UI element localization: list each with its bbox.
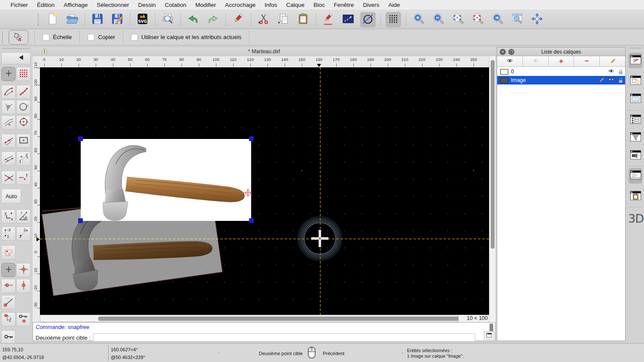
layer-panel-titlebar[interactable]: ✕ ❐ Liste des calques [497,48,625,56]
edit-layer-button[interactable] [600,56,625,66]
restrict-numbers-button[interactable]: 12 [16,151,30,166]
svg-export-button[interactable]: SVG [135,12,150,27]
snap-free-button[interactable] [1,67,15,81]
zoom-in-button[interactable] [411,12,426,27]
zoom-auto-button[interactable] [450,12,466,27]
layer-lock-icon[interactable] [617,77,624,84]
menu-edition[interactable]: Édition [33,2,59,8]
zoom-previous-button[interactable] [490,12,505,27]
menu-divers[interactable]: Divers [358,2,384,8]
snap-reference-button[interactable] [16,134,30,148]
cut-button[interactable]: + [256,12,271,27]
scale-checkbox[interactable] [43,34,49,41]
drawing-window-titlebar[interactable]: * Marteau.dxf [33,47,495,57]
zoom-window-button[interactable] [510,12,525,27]
dock-toolbar-handle[interactable] [629,48,642,48]
save-button[interactable] [90,12,105,27]
selection-filter-pane-toggle-button[interactable] [629,130,642,145]
save-as-button[interactable] [109,12,125,27]
show-all-eye-button[interactable] [497,56,523,66]
zoom-out-button[interactable] [431,12,446,27]
menu-fichier[interactable]: Fichier [6,2,33,8]
line-box-button[interactable] [340,12,356,27]
v-scroll-thumb[interactable] [491,60,495,249]
open-file-button[interactable] [64,12,80,27]
selection-handle-top-right[interactable] [249,136,254,141]
layer-row-image[interactable]: Image [497,76,625,84]
pen-button[interactable] [231,12,246,27]
menu-aide[interactable]: Aide [384,2,404,8]
snap-on-entity-button[interactable] [16,85,30,99]
command-line-pane-toggle-button[interactable] [629,168,642,184]
restrict-orthogonal-button[interactable] [1,151,15,166]
snap-intersection-button[interactable] [1,171,15,185]
menu-infos[interactable]: Infos [260,2,282,8]
h-scroll-thumb[interactable] [98,317,461,321]
drawing-canvas[interactable] [40,67,489,315]
layer-lock-icon[interactable] [617,69,624,75]
menu-accrochage[interactable]: Accrochage [220,2,260,8]
menu-bloc[interactable]: Bloc [309,2,329,8]
snap-middle-button[interactable] [1,115,15,130]
menu-affichage[interactable]: Affichage [59,2,92,8]
move-copy-tool-button[interactable]: A [9,30,28,45]
crosshair-horizontal-button[interactable] [1,279,15,293]
zoom-pan-button[interactable] [529,12,545,27]
command-input[interactable] [93,333,475,342]
entity-list-pane-toggle-button[interactable] [629,112,642,128]
use-current-layer-checkbox[interactable] [131,34,138,41]
block-list-pane-toggle-button[interactable] [629,73,642,89]
zoom-selection-button[interactable] [470,12,486,27]
menu-cotation[interactable]: Cotation [160,2,191,8]
menu-selectionner[interactable]: Sélectionner [92,2,134,8]
select-reference-button[interactable] [1,312,15,326]
layer-list-pane-toggle-button[interactable] [629,53,642,68]
copy-checkbox[interactable] [88,34,94,41]
canvas-vertical-scrollbar[interactable] [489,56,495,322]
menu-calque[interactable]: Calque [282,2,309,8]
library-browser-pane-toggle-button[interactable] [629,91,642,107]
relative-point-a-button[interactable]: 12 [1,226,15,241]
selection-handle-bottom-left[interactable] [78,218,83,223]
copy-button[interactable]: + [276,12,291,27]
toolbar-drag-handle[interactable] [38,14,40,26]
layer-visibility-icon[interactable] [607,69,615,75]
snap-intersection-manual-button[interactable]: ! [16,171,30,185]
undo-button[interactable] [185,12,201,27]
snap-tangent-button[interactable] [1,134,15,148]
snap-endpoints-button[interactable] [1,85,15,99]
selected-image[interactable] [81,139,251,221]
command-options-pane-toggle-button[interactable] [629,148,642,163]
lock-relative-zero-button[interactable] [1,330,15,344]
redo-button[interactable] [205,12,221,27]
selection-handle-top-left[interactable] [78,136,83,141]
snap-center-button[interactable] [1,100,15,114]
back-arrow-button[interactable] [1,52,30,64]
snap-toolbar-handle[interactable] [3,48,29,49]
canvas-horizontal-scrollbar[interactable] [40,315,459,322]
angle-gauge-button[interactable] [1,295,15,309]
layer-row-0[interactable]: 0 [497,67,625,76]
command-detach-button[interactable] [484,331,494,340]
coordinate-cartesian-button[interactable]: yx [1,209,15,223]
relative-point-b-button[interactable]: 21 [16,226,30,241]
menu-fenetre[interactable]: Fenêtre [329,2,358,8]
options-drag-handle[interactable] [2,31,4,43]
clipboard-pane-toggle-button[interactable] [629,189,642,204]
copy-checkbox-group[interactable]: Copier [88,34,115,41]
circle-slash-button[interactable] [360,12,376,27]
coordinate-polar-button[interactable]: ra [16,209,30,223]
new-document-button[interactable] [45,12,60,27]
lock-reference-button[interactable] [16,312,30,326]
selection-handle-bottom-right[interactable] [249,218,254,223]
draw-pen-button[interactable] [321,12,336,27]
crosshair-vertical-button[interactable] [16,279,30,293]
snap-distance-button[interactable] [16,115,30,130]
snap-auto-button[interactable]: Auto [1,189,21,203]
paste-button[interactable] [295,12,311,27]
crosshair-full-button[interactable] [16,263,30,277]
snap-entity-area-button[interactable] [1,245,15,259]
menu-modifier[interactable]: Modifier [191,2,220,8]
layer-edit-icon[interactable] [598,77,605,84]
hide-all-eye-button[interactable] [523,56,549,66]
